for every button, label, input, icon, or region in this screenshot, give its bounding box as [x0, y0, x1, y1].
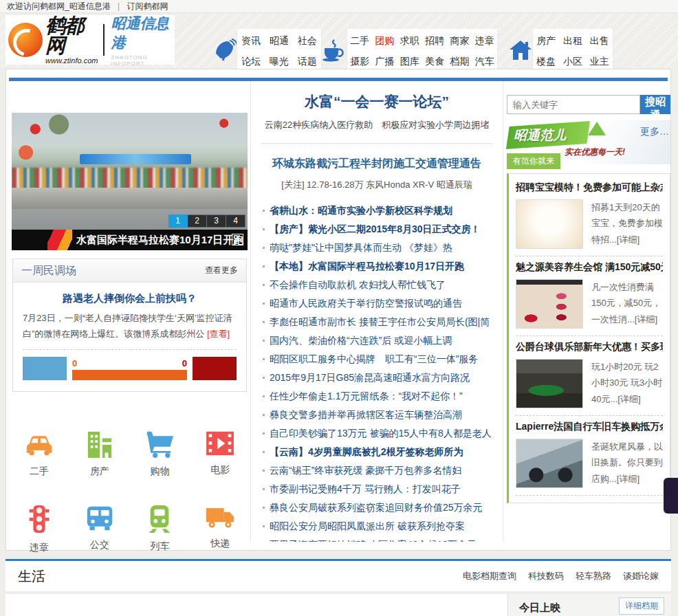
deal-detail-link[interactable]: [详细] [617, 474, 639, 484]
news-item[interactable]: 不会操作自动取款机 农妇找人帮忙钱飞了 [262, 276, 492, 294]
deal-divider [516, 256, 663, 256]
deal-detail-link[interactable]: [详细] [635, 314, 657, 324]
news-item[interactable]: 国内汽、柴油价格“六连跌”后 或迎小幅上调 [262, 331, 492, 350]
nav-link[interactable]: 违章 [472, 35, 497, 47]
news-item[interactable]: 两男子盗窃两姐妹销赃 小区作案40余起10万余元 [262, 536, 492, 542]
quick-link-label: 违章 [28, 542, 51, 554]
quick-link-shopping[interactable]: 购物 [144, 430, 175, 478]
welcome-link[interactable]: 欢迎访问鹤都网_昭通信息港 [7, 1, 111, 11]
nav-link[interactable]: 图库 [397, 56, 422, 68]
news-item[interactable]: 自己印美钞骗了13万元 被骗的15人中有8人都是老人 [262, 424, 492, 443]
news-item[interactable]: 市委副书记受贿4千万 骂行贿人：打发叫花子 [262, 480, 492, 498]
news-item[interactable]: 任性少年偷走1.1万元留纸条：“我对不起你！” [262, 387, 492, 406]
life-link[interactable]: 轻车熟路 [576, 570, 611, 582]
pager-button-1[interactable]: 1 [168, 214, 188, 228]
poll-bar-yes[interactable] [23, 357, 67, 380]
quick-link-realestate[interactable]: 房产 [85, 430, 114, 478]
news-item[interactable]: 萌哒"梦娃"让中国梦具体而生动 《梦娃》热 [262, 239, 492, 257]
quick-link-trains[interactable]: 列车 [146, 504, 173, 554]
promo-banner[interactable]: 昭通范儿 实在优惠每一天! 更多… 有范你就来 [507, 120, 670, 164]
poll-bar-no[interactable] [193, 357, 237, 380]
nav-group-services: 二手 团购 求职 招聘 商家 违章 摄影 广播 图库 美食 档期 汽车 [347, 29, 497, 74]
nav-link[interactable]: 业主 [586, 56, 613, 68]
nav-link-tuangou[interactable]: 团购 [372, 35, 397, 47]
nav-link[interactable]: 房产 [533, 35, 560, 47]
news-item[interactable]: 彝良公安局破获系列盗窃案追回财务价值25万余元 [262, 498, 492, 517]
news-item[interactable]: 【本地】水富国际半程马拉松赛10月17日开跑 [262, 257, 492, 276]
quick-link-bus[interactable]: 公交 [85, 504, 115, 554]
floating-ad[interactable] [664, 478, 678, 514]
deal-title[interactable]: 招聘宝宝模特！免费参加可能上杂志的 [516, 182, 663, 194]
billiards-photo[interactable] [516, 359, 583, 408]
nav-link[interactable]: 求职 [397, 35, 422, 47]
quick-link-violations[interactable]: 违章 [28, 504, 51, 554]
life-link[interactable]: 科技数码 [528, 570, 564, 582]
news-item[interactable]: 昭通市人民政府关于举行防空警报试鸣的通告 [262, 294, 492, 313]
quick-link-movies[interactable]: 电影 [205, 430, 235, 478]
news-item[interactable]: 昭阳公安分局昭阳凤凰派出所 破获系列抢夺案 [262, 517, 492, 536]
news-item[interactable]: 省耕山水：昭通市实验小学新校区科学规划 [262, 201, 492, 220]
nav-link[interactable]: 广播 [372, 56, 397, 68]
nav-link[interactable]: 楼盘 [533, 56, 560, 68]
deal-title[interactable]: Lapierre法国自行车旧车换购抵万余元 [516, 421, 663, 433]
search-button[interactable]: 搜昭通 [640, 95, 670, 114]
life-link[interactable]: 电影档期查询 [463, 570, 516, 582]
news-item[interactable]: 云南“锡王”终审获死缓 豪掷千万包养多名情妇 [262, 461, 492, 480]
nav-link[interactable]: 二手 [347, 35, 372, 47]
nav-link[interactable]: 招聘 [422, 35, 447, 47]
bicycle-photo[interactable] [516, 439, 583, 488]
deal-detail-link[interactable]: [详细] [617, 234, 639, 245]
nav-link[interactable]: 话题 [293, 56, 321, 68]
deal-title[interactable]: 魅之源美容养生会馆 满150元减50元 [516, 261, 663, 274]
second-headline[interactable]: 环城东路截污工程半封闭施工交通管理通告 [262, 157, 492, 171]
news-item[interactable]: 2015年9月17日G85渝昆高速昭通水富方向路况 [262, 368, 492, 387]
nav-link[interactable]: 小区 [560, 56, 587, 68]
second-subheadline[interactable]: [关注] 12.78-16.28万 东风Honda XR-V 昭通辰瑞 [262, 179, 492, 191]
news-item[interactable]: 李彪任昭通市副市长 接替王宇任市公安局局长(图|简 [262, 313, 492, 331]
schedule-button[interactable]: 详细档期 [619, 597, 664, 615]
life-link[interactable]: 谈婚论嫁 [623, 570, 659, 582]
poll-question[interactable]: 路遇老人摔倒你会上前扶吗？ [23, 292, 237, 305]
pager-button-2[interactable]: 2 [188, 214, 207, 228]
quick-link-express[interactable]: 快递 [205, 504, 235, 554]
quick-link-used-goods[interactable]: 二手 [24, 430, 54, 478]
pager-button-4[interactable]: 4 [226, 214, 245, 228]
expand-arrow-icon[interactable]: ↙ [232, 234, 243, 245]
slide-caption[interactable]: 水富国际半程马拉松赛10月17日开跑 [12, 230, 248, 250]
deal-title[interactable]: 公爵台球俱乐部新年大优惠！买多玩 [516, 341, 663, 353]
nav-link[interactable]: 资讯 [237, 35, 265, 47]
nav-link[interactable]: 社会 [293, 35, 321, 47]
topbar-separator: ｜ [115, 1, 123, 11]
photo-slider[interactable]: 1 2 3 4 水富国际半程马拉松赛10月17日开跑 ↙ [12, 113, 248, 250]
nav-link[interactable]: 商家 [447, 35, 472, 47]
nav-link[interactable]: 出租 [560, 35, 587, 47]
news-item[interactable]: 昭阳区职工服务中心揭牌 职工有“三位一体”服务 [262, 350, 492, 368]
news-item[interactable]: 【云南】4岁男童脚底被扎2根牙签称老师所为 [262, 443, 492, 461]
search-input[interactable] [507, 95, 640, 114]
deal-item: 凡一次性消费满150元，减50元，一次性消...[详细] [516, 279, 663, 329]
baby-photo[interactable] [516, 199, 583, 249]
news-item[interactable]: 彝良交警多措并举再掀辖区客运车辆整治高潮 [262, 406, 492, 424]
poll-description-text: 7月23日，一则“老人自摔诬陷搀扶学生‘天网’监控证清白”的微博在网络上爆红。该… [23, 313, 232, 339]
top-subheadline[interactable]: 云南22种疾病纳入医疗救助 积极应对实验小学周边拥堵 [262, 119, 492, 131]
promo-more-link[interactable]: 更多… [640, 126, 669, 138]
site-logo[interactable]: 鹤都网 www.ztinfo.com 昭通信息港 ZHAOTONG INFOPO… [6, 15, 175, 65]
news-item[interactable]: 【房产】紫光小区二期2015年8月30日正式交房！ [262, 220, 492, 239]
top-headline[interactable]: 水富“一会一赛一论坛” [262, 92, 492, 111]
poll-view-link[interactable]: [查看] [207, 329, 230, 339]
nav-link[interactable]: 出售 [586, 35, 613, 47]
poll-section-title: 一周民调场 [21, 259, 76, 282]
nav-link[interactable]: 汽车 [472, 56, 497, 68]
poll-more-link[interactable]: 查看更多 [205, 259, 238, 282]
nav-link[interactable]: 摄影 [347, 56, 372, 68]
deal-detail-link[interactable]: [详细] [617, 394, 640, 404]
nav-link[interactable]: 昭通 [265, 35, 294, 47]
nav-link[interactable]: 美食 [422, 56, 447, 68]
nav-link[interactable]: 档期 [447, 56, 472, 68]
deal-item: 圣诞软尾风暴，以旧换新。你只要到店购...[详细] [516, 439, 663, 488]
beauty-lips-photo[interactable] [516, 279, 583, 329]
subscribe-link[interactable]: 订阅鹤都网 [127, 1, 168, 11]
pager-button-3[interactable]: 3 [207, 214, 226, 228]
nav-link[interactable]: 曝光 [265, 56, 294, 68]
nav-link[interactable]: 论坛 [237, 56, 265, 68]
